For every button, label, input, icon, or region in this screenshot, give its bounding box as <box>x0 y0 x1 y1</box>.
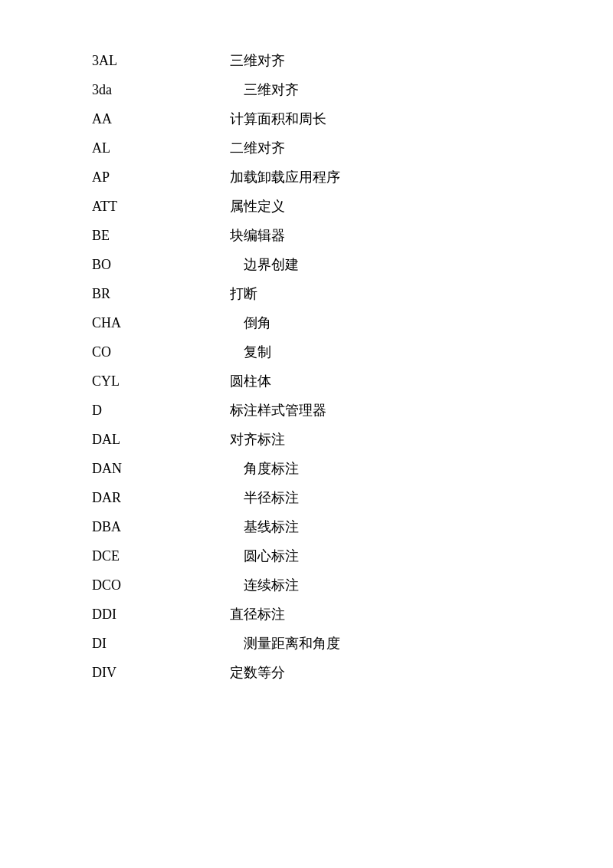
table-row: DI 测量距离和角度 <box>61 629 552 658</box>
command-description: 块编辑器 <box>184 221 552 250</box>
command-description: 二维对齐 <box>184 133 552 163</box>
command-description: 加载卸载应用程序 <box>184 163 552 192</box>
command-code: CO <box>61 337 184 367</box>
command-code: BR <box>61 279 184 308</box>
table-row: D标注样式管理器 <box>61 396 552 425</box>
table-row: AL二维对齐 <box>61 133 552 163</box>
command-description: 基线标注 <box>184 512 552 541</box>
command-code: AP <box>61 163 184 192</box>
command-code: DDI <box>61 600 184 629</box>
command-description: 角度标注 <box>184 454 552 483</box>
table-row: 3AL三维对齐 <box>61 46 552 75</box>
command-description: 复制 <box>184 337 552 367</box>
table-row: 3da 三维对齐 <box>61 75 552 104</box>
command-description: 打断 <box>184 279 552 308</box>
table-row: DBA 基线标注 <box>61 512 552 541</box>
command-description: 半径标注 <box>184 483 552 512</box>
table-row: AA计算面积和周长 <box>61 104 552 133</box>
command-code: AL <box>61 133 184 163</box>
command-code: DAN <box>61 454 184 483</box>
command-code: ATT <box>61 192 184 221</box>
table-row: DCE 圆心标注 <box>61 541 552 570</box>
command-code: BE <box>61 221 184 250</box>
command-code: AA <box>61 104 184 133</box>
command-code: DIV <box>61 658 184 687</box>
command-description: 连续标注 <box>184 570 552 600</box>
command-description: 圆柱体 <box>184 367 552 396</box>
command-description: 边界创建 <box>184 250 552 279</box>
table-row: DIV定数等分 <box>61 658 552 687</box>
table-row: ATT属性定义 <box>61 192 552 221</box>
table-row: CO 复制 <box>61 337 552 367</box>
command-description: 直径标注 <box>184 600 552 629</box>
table-row: DDI直径标注 <box>61 600 552 629</box>
command-code: CHA <box>61 308 184 337</box>
command-code: DI <box>61 629 184 658</box>
command-code: DCO <box>61 570 184 600</box>
command-description: 属性定义 <box>184 192 552 221</box>
command-code: BO <box>61 250 184 279</box>
main-content: 3AL三维对齐3da 三维对齐AA计算面积和周长AL二维对齐AP加载卸载应用程序… <box>0 0 613 733</box>
command-description: 测量距离和角度 <box>184 629 552 658</box>
command-code: 3da <box>61 75 184 104</box>
command-code: DBA <box>61 512 184 541</box>
table-row: DAL对齐标注 <box>61 425 552 454</box>
table-row: DAN 角度标注 <box>61 454 552 483</box>
table-row: DAR 半径标注 <box>61 483 552 512</box>
command-code: D <box>61 396 184 425</box>
command-description: 圆心标注 <box>184 541 552 570</box>
command-code: 3AL <box>61 46 184 75</box>
command-description: 标注样式管理器 <box>184 396 552 425</box>
table-row: BR打断 <box>61 279 552 308</box>
command-code: CYL <box>61 367 184 396</box>
command-description: 三维对齐 <box>184 46 552 75</box>
command-description: 三维对齐 <box>184 75 552 104</box>
table-row: BO 边界创建 <box>61 250 552 279</box>
command-description: 定数等分 <box>184 658 552 687</box>
table-row: BE块编辑器 <box>61 221 552 250</box>
table-row: AP加载卸载应用程序 <box>61 163 552 192</box>
table-row: CYL圆柱体 <box>61 367 552 396</box>
command-description: 对齐标注 <box>184 425 552 454</box>
table-row: DCO 连续标注 <box>61 570 552 600</box>
command-code: DAR <box>61 483 184 512</box>
command-description: 计算面积和周长 <box>184 104 552 133</box>
command-code: DAL <box>61 425 184 454</box>
command-description: 倒角 <box>184 308 552 337</box>
command-code: DCE <box>61 541 184 570</box>
table-row: CHA 倒角 <box>61 308 552 337</box>
command-table: 3AL三维对齐3da 三维对齐AA计算面积和周长AL二维对齐AP加载卸载应用程序… <box>61 46 552 687</box>
